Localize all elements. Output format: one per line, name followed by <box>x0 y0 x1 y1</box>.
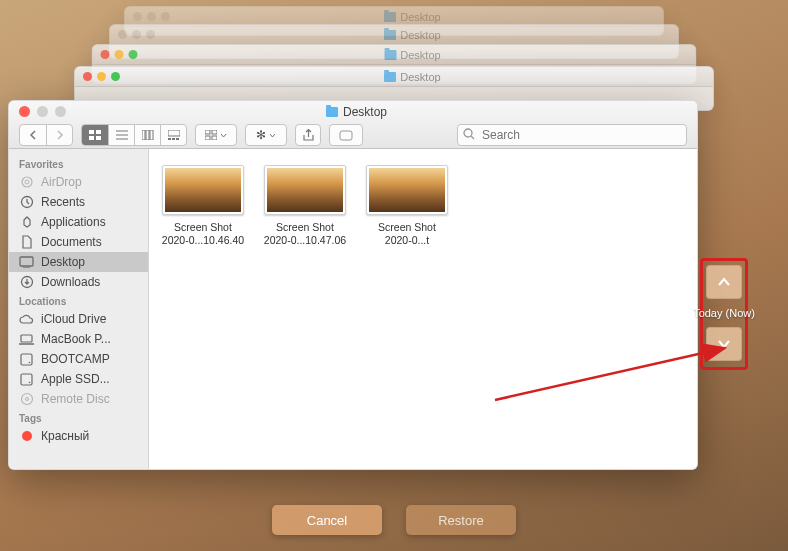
chevron-up-icon <box>717 277 731 287</box>
timeline-prev-button[interactable] <box>706 265 742 299</box>
folder-icon <box>384 72 396 82</box>
file-item[interactable]: Screen Shot 2020-0...t 10.47.17 <box>365 165 449 247</box>
sidebar-item-label: MacBook P... <box>41 332 111 346</box>
svg-rect-29 <box>21 354 32 365</box>
svg-point-21 <box>22 177 32 187</box>
sidebar-item--[interactable]: Красный <box>9 426 148 446</box>
finder-window: Desktop ✻ <box>8 100 698 470</box>
tag-icon <box>19 430 34 443</box>
view-column-button[interactable] <box>134 125 160 145</box>
stack-title: Desktop <box>400 49 440 61</box>
tags-button[interactable] <box>329 124 363 146</box>
back-button[interactable] <box>20 125 46 145</box>
restore-button: Restore <box>406 505 516 535</box>
svg-rect-1 <box>96 130 101 134</box>
sidebar-section-header: Locations <box>9 292 148 309</box>
search-icon <box>463 128 475 140</box>
content-area[interactable]: Screen Shot 2020-0...10.46.40Screen Shot… <box>149 149 697 469</box>
search-field[interactable] <box>457 124 687 146</box>
svg-rect-18 <box>340 131 352 140</box>
group-by-button[interactable] <box>195 124 237 146</box>
timeline-label: Today (Now) <box>693 305 755 321</box>
file-thumbnail <box>264 165 346 215</box>
svg-rect-27 <box>21 335 32 342</box>
svg-point-22 <box>25 180 29 184</box>
sidebar-item-apple-ssd-[interactable]: Apple SSD... <box>9 369 148 389</box>
titlebar: Desktop ✻ <box>9 101 697 149</box>
desktop-icon <box>19 256 34 269</box>
svg-point-34 <box>25 398 28 401</box>
action-menu-button[interactable]: ✻ <box>245 124 287 146</box>
disc-icon <box>19 393 34 406</box>
svg-point-30 <box>29 361 31 363</box>
svg-line-20 <box>471 136 474 139</box>
stack-title: Desktop <box>400 11 440 23</box>
chevron-down-icon <box>717 339 731 349</box>
annotation-highlight: Today (Now) <box>700 258 748 370</box>
sidebar: FavoritesAirDropRecentsApplicationsDocum… <box>9 149 149 469</box>
sidebar-section-header: Tags <box>9 409 148 426</box>
file-name: Screen Shot 2020-0...10.47.06 <box>263 221 347 247</box>
sidebar-item-applications[interactable]: Applications <box>9 212 148 232</box>
recents-icon <box>19 196 34 209</box>
svg-rect-13 <box>176 138 179 140</box>
svg-rect-0 <box>89 130 94 134</box>
view-gallery-button[interactable] <box>160 125 186 145</box>
svg-rect-11 <box>168 138 171 140</box>
svg-rect-14 <box>205 130 210 134</box>
file-name: Screen Shot 2020-0...10.46.40 <box>161 221 245 247</box>
file-thumbnail <box>366 165 448 215</box>
window-title-text: Desktop <box>343 105 387 119</box>
sidebar-item-label: AirDrop <box>41 175 82 189</box>
downloads-icon <box>19 276 34 289</box>
svg-rect-12 <box>172 138 175 140</box>
sidebar-item-airdrop[interactable]: AirDrop <box>9 172 148 192</box>
folder-icon <box>384 30 396 40</box>
file-item[interactable]: Screen Shot 2020-0...10.46.40 <box>161 165 245 247</box>
nav-back-forward <box>19 124 73 146</box>
sidebar-item-label: Downloads <box>41 275 100 289</box>
stack-title: Desktop <box>400 71 440 83</box>
sidebar-item-desktop[interactable]: Desktop <box>9 252 148 272</box>
stack-title: Desktop <box>400 29 440 41</box>
disk-icon <box>19 353 34 366</box>
sidebar-item-documents[interactable]: Documents <box>9 232 148 252</box>
folder-icon <box>384 50 396 60</box>
svg-rect-9 <box>150 130 153 140</box>
svg-point-33 <box>21 394 32 405</box>
view-icon-button[interactable] <box>82 125 108 145</box>
sidebar-item-remote-disc[interactable]: Remote Disc <box>9 389 148 409</box>
file-name: Screen Shot 2020-0...t 10.47.17 <box>365 221 449 247</box>
view-list-button[interactable] <box>108 125 134 145</box>
sidebar-item-bootcamp[interactable]: BOOTCAMP <box>9 349 148 369</box>
svg-point-19 <box>464 129 472 137</box>
share-button[interactable] <box>295 124 321 146</box>
sidebar-item-icloud-drive[interactable]: iCloud Drive <box>9 309 148 329</box>
applications-icon <box>19 216 34 229</box>
minimize-icon <box>37 106 48 117</box>
zoom-icon <box>55 106 66 117</box>
sidebar-item-recents[interactable]: Recents <box>9 192 148 212</box>
sidebar-item-label: Apple SSD... <box>41 372 110 386</box>
svg-rect-7 <box>142 130 145 140</box>
folder-icon <box>326 107 338 117</box>
sidebar-item-label: Documents <box>41 235 102 249</box>
sidebar-item-downloads[interactable]: Downloads <box>9 272 148 292</box>
svg-rect-15 <box>212 130 217 134</box>
sidebar-item-label: Applications <box>41 215 106 229</box>
disk-icon <box>19 373 34 386</box>
share-icon <box>303 129 314 141</box>
svg-rect-2 <box>89 136 94 140</box>
file-thumbnail <box>162 165 244 215</box>
timeline-controls: Today (Now) <box>700 258 748 370</box>
search-input[interactable] <box>457 124 687 146</box>
svg-point-32 <box>29 381 31 383</box>
close-icon[interactable] <box>19 106 30 117</box>
cancel-button[interactable]: Cancel <box>272 505 382 535</box>
svg-rect-16 <box>205 136 210 140</box>
file-item[interactable]: Screen Shot 2020-0...10.47.06 <box>263 165 347 247</box>
gear-icon: ✻ <box>256 128 266 142</box>
sidebar-item-macbook-p-[interactable]: MacBook P... <box>9 329 148 349</box>
forward-button[interactable] <box>46 125 72 145</box>
timeline-next-button[interactable] <box>706 327 742 361</box>
